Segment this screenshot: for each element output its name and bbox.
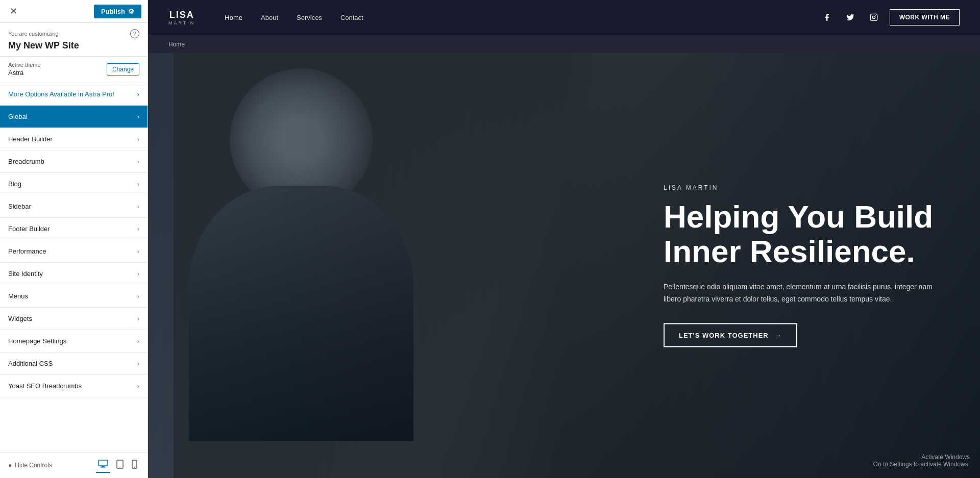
preview-nav-links: Home About Services Contact [215,0,819,35]
nav-link-contact[interactable]: Contact [331,0,373,35]
nav-item-global[interactable]: Global› [0,106,148,128]
nav-item-label: Blog [8,180,21,188]
chevron-right-icon: › [137,270,139,278]
nav-link-home[interactable]: Home [215,0,252,35]
nav-item-label: Yoast SEO Breadcrumbs [8,382,82,390]
nav-item-label: Site Identity [8,270,43,278]
site-logo: LISA MARTIN [168,10,195,26]
nav-item-blog[interactable]: Blog› [0,173,148,195]
nav-item-label: Global [8,113,28,120]
chevron-right-icon: › [137,225,139,233]
nav-item-site-identity[interactable]: Site Identity› [0,263,148,285]
facebook-icon[interactable] [819,10,835,25]
change-theme-button[interactable]: Change [107,63,139,76]
svg-rect-7 [870,14,877,20]
publish-button[interactable]: Publish ⚙ [94,5,141,18]
nav-item-label: Breadcrumb [8,158,44,165]
nav-item-performance[interactable]: Performance› [0,240,148,263]
chevron-right-icon: › [137,315,139,322]
hero-title-line2: Inner Resilience. [664,233,915,268]
svg-rect-1 [102,466,105,467]
svg-point-9 [875,15,876,16]
hero-section: LISA MARTIN Helping You Build Inner Resi… [148,53,980,478]
customizing-label: You are customizing ? [8,29,139,38]
hero-title-line1: Helping You Build [664,198,933,234]
nav-item-breadcrumb[interactable]: Breadcrumb› [0,150,148,173]
nav-item-label: Homepage Settings [8,337,66,345]
work-with-me-button[interactable]: WORK WITH ME [890,9,960,26]
chevron-right-icon: › [137,337,139,345]
desktop-icon[interactable] [96,458,110,473]
hero-content: LISA MARTIN Helping You Build Inner Resi… [664,184,949,347]
customizing-section: You are customizing ? My New WP Site [0,23,148,57]
nav-item-label: More Options Available in Astra Pro! [8,90,114,98]
nav-item-label: Footer Builder [8,225,50,233]
svg-point-6 [134,467,135,468]
chevron-right-icon: › [137,203,139,210]
site-name: My New WP Site [8,40,139,51]
eye-icon: ● [8,462,12,469]
hero-description: Pellentesque odio aliquam vitae amet, el… [664,281,949,305]
chevron-right-icon: › [137,113,139,120]
bottom-bar: ● Hide Controls [0,452,148,478]
nav-link-about[interactable]: About [252,0,287,35]
theme-section: Active theme Astra Change [0,57,148,83]
svg-rect-2 [101,467,106,468]
nav-item-label: Header Builder [8,135,53,143]
preview-area: LISA MARTIN Home About Services Contact … [148,0,980,478]
logo-name: LISA [169,10,194,20]
nav-item-label: Performance [8,247,46,255]
nav-item-astra-pro[interactable]: More Options Available in Astra Pro!› [0,83,148,106]
nav-item-menus[interactable]: Menus› [0,285,148,308]
close-icon: ✕ [10,6,17,17]
preview-breadcrumb: Home [148,35,980,53]
top-bar: ✕ Publish ⚙ [0,0,148,23]
svg-rect-0 [99,460,108,466]
nav-item-yoast-seo[interactable]: Yoast SEO Breadcrumbs› [0,375,148,397]
hide-controls-button[interactable]: ● Hide Controls [8,462,52,469]
instagram-icon[interactable] [866,10,881,25]
hero-cta-button[interactable]: LET'S WORK TOGETHER → [664,323,797,347]
breadcrumb-text: Home [168,41,185,48]
nav-item-additional-css[interactable]: Additional CSS› [0,353,148,375]
nav-item-homepage-settings[interactable]: Homepage Settings› [0,330,148,353]
device-icons [96,458,139,473]
publish-label: Publish [101,8,125,15]
hero-title: Helping You Build Inner Resilience. [664,199,949,268]
gear-icon: ⚙ [128,8,134,15]
nav-item-label: Menus [8,292,28,300]
logo-sub: MARTIN [168,20,195,26]
hero-cta-arrow: → [775,332,782,339]
twitter-icon[interactable] [843,10,858,25]
chevron-right-icon: › [137,90,139,98]
svg-point-4 [119,467,120,468]
theme-label: Active theme [8,62,41,68]
nav-right: WORK WITH ME [819,9,960,26]
close-button[interactable]: ✕ [6,4,20,18]
nav-items-list: More Options Available in Astra Pro!›Glo… [0,83,148,452]
chevron-right-icon: › [137,382,139,390]
hero-cta-label: LET'S WORK TOGETHER [679,332,769,339]
nav-item-header-builder[interactable]: Header Builder› [0,128,148,150]
help-icon[interactable]: ? [130,29,139,38]
chevron-right-icon: › [137,135,139,143]
hero-subtitle: LISA MARTIN [664,184,949,191]
nav-item-footer-builder[interactable]: Footer Builder› [0,218,148,240]
nav-item-sidebar[interactable]: Sidebar› [0,195,148,218]
chevron-right-icon: › [137,180,139,188]
left-panel: ✕ Publish ⚙ You are customizing ? My New… [0,0,148,478]
nav-item-label: Sidebar [8,203,31,210]
chevron-right-icon: › [137,158,139,165]
nav-item-label: Additional CSS [8,360,53,367]
nav-link-services[interactable]: Services [287,0,331,35]
nav-item-label: Widgets [8,315,32,322]
hide-controls-label: Hide Controls [15,462,52,469]
chevron-right-icon: › [137,292,139,300]
preview-navbar: LISA MARTIN Home About Services Contact … [148,0,980,35]
nav-item-widgets[interactable]: Widgets› [0,308,148,330]
mobile-icon[interactable] [130,458,139,473]
tablet-icon[interactable] [114,458,126,473]
chevron-right-icon: › [137,360,139,367]
chevron-right-icon: › [137,247,139,255]
svg-point-8 [872,16,875,18]
